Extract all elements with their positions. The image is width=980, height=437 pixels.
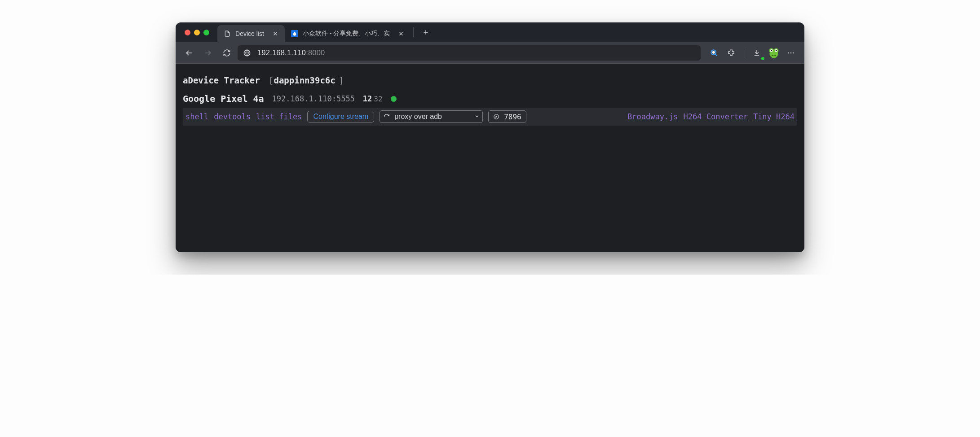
tab-separator <box>413 27 414 37</box>
toolbar-right <box>703 45 799 61</box>
devtools-link[interactable]: devtools <box>214 112 251 121</box>
droplet-icon <box>291 30 298 37</box>
search-icon[interactable] <box>706 45 722 61</box>
select-value: proxy over adb <box>394 113 442 121</box>
cancel-circle-icon[interactable] <box>493 114 499 120</box>
url-host: 192.168.1.110 <box>257 48 306 57</box>
browser-window: Device list 小众软件 - 分享免费、小巧、实 <box>176 22 804 252</box>
tab-appinn[interactable]: 小众软件 - 分享免费、小巧、实 <box>285 25 411 42</box>
profile-avatar[interactable] <box>766 45 782 61</box>
svg-point-10 <box>776 50 777 51</box>
back-button[interactable] <box>181 45 197 61</box>
tab-device-list[interactable]: Device list <box>217 25 285 42</box>
toolbar-divider <box>744 48 744 58</box>
maximize-window-button[interactable] <box>203 30 209 35</box>
controls-row: shell devtools list files Configure stre… <box>183 108 797 126</box>
refresh-icon <box>384 114 390 120</box>
page-content: aDevice Tracker [ dappinn39c6c ] Google … <box>176 64 804 252</box>
version-major: 12 <box>363 94 372 103</box>
bracket-open: [ <box>264 75 274 85</box>
tab-bar: Device list 小众软件 - 分享免费、小巧、实 <box>176 22 804 42</box>
overflow-menu-icon[interactable] <box>783 45 799 61</box>
tab-title: Device list <box>235 30 264 37</box>
svg-point-3 <box>712 51 715 53</box>
connection-select[interactable]: proxy over adb <box>380 110 483 123</box>
list-files-link[interactable]: list files <box>256 112 302 121</box>
broadway-link[interactable]: Broadway.js <box>627 112 678 121</box>
page-title: aDevice Tracker [ dappinn39c6c ] <box>183 73 797 92</box>
window-controls <box>176 30 217 35</box>
device-row: Google Pixel 4a 192.168.1.110:5555 12 32 <box>183 92 797 108</box>
close-tab-button[interactable] <box>270 29 280 39</box>
chevron-down-icon <box>474 113 480 121</box>
status-online-icon <box>391 96 397 102</box>
forward-button[interactable] <box>200 45 216 61</box>
reload-button[interactable] <box>219 45 235 61</box>
tab-title: 小众软件 - 分享免费、小巧、实 <box>303 30 390 38</box>
file-icon <box>224 30 231 37</box>
address-bar[interactable]: 192.168.1.110:8000 <box>238 45 701 61</box>
new-tab-button[interactable] <box>419 26 433 39</box>
h264-converter-link[interactable]: H264 Converter <box>684 112 748 121</box>
extensions-icon[interactable] <box>723 45 739 61</box>
port-box[interactable]: 7896 <box>488 110 526 123</box>
version-minor: 32 <box>374 95 382 103</box>
globe-icon <box>243 49 251 57</box>
shell-link[interactable]: shell <box>185 112 208 121</box>
download-complete-badge <box>760 56 765 61</box>
toolbar: 192.168.1.110:8000 <box>176 42 804 64</box>
configure-stream-button[interactable]: Configure stream <box>307 111 374 122</box>
device-version: 12 32 <box>363 94 383 103</box>
decoder-links: Broadway.js H264 Converter Tiny H264 <box>627 112 795 121</box>
svg-point-9 <box>771 50 772 51</box>
minimize-window-button[interactable] <box>194 30 200 35</box>
bracket-close: ] <box>339 75 344 85</box>
downloads-icon[interactable] <box>749 45 765 61</box>
url-port: :8000 <box>306 48 325 57</box>
instance-id: dappinn39c6c <box>274 75 335 85</box>
device-name: Google Pixel 4a <box>183 93 264 104</box>
close-tab-button[interactable] <box>396 29 406 39</box>
close-window-button[interactable] <box>185 30 190 35</box>
device-address: 192.168.1.110:5555 <box>272 94 355 103</box>
svg-point-11 <box>788 52 789 53</box>
tiny-h264-link[interactable]: Tiny H264 <box>753 112 795 121</box>
svg-point-13 <box>793 52 794 53</box>
port-value: 7896 <box>504 113 521 121</box>
app-name: aDevice Tracker <box>183 75 260 85</box>
svg-point-12 <box>790 52 792 53</box>
url-text: 192.168.1.110:8000 <box>257 48 325 57</box>
